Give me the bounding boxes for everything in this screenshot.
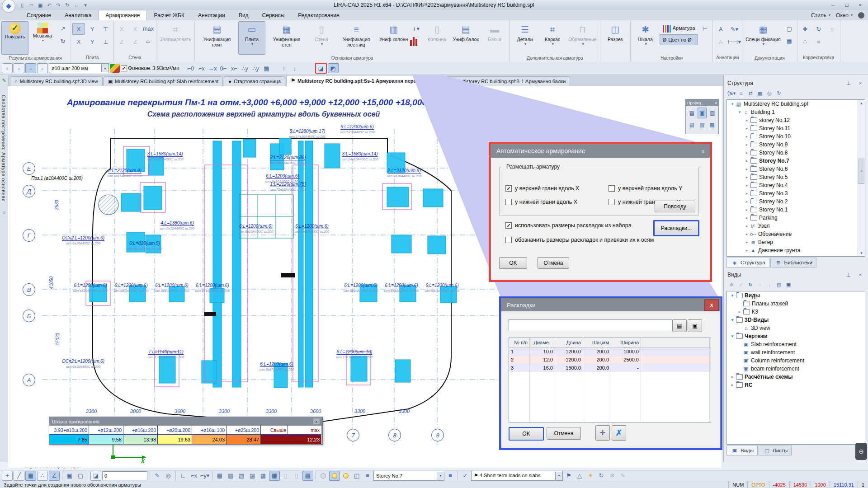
placement-checkbox-row[interactable]: у верхней грани вдоль Y [609, 185, 682, 192]
table-row[interactable]: 110.01200.0200.01000.0 [509, 347, 711, 356]
tree-item-wall reinforcement[interactable]: ▣wall reinforcement [727, 348, 865, 357]
menu-tab-Расчет ЖБК[interactable]: Расчет ЖБК [147, 10, 191, 20]
chevron-right-icon[interactable]: ▸ [744, 175, 750, 179]
save-set-button[interactable]: ▣ [688, 319, 702, 332]
menu-tab-Сервисы[interactable]: Сервисы [255, 10, 292, 20]
folder-add-icon[interactable]: ▤ [775, 281, 783, 288]
tree-item-Узел[interactable]: ▸⊬Узел [727, 222, 865, 230]
rebar-label[interactable]: 6:L=1200(шт.6) [425, 283, 459, 288]
ribbon-button-Цвет по Ø[interactable]: ØЦвет по Ø [660, 34, 698, 45]
rebar-label[interactable]: 1:L=2120(шт.75) [270, 182, 306, 187]
sketch-pen-icon[interactable]: ✎▾ [728, 23, 741, 35]
legend-close-icon[interactable]: x [313, 418, 320, 424]
tree-item-Slab reinforcement[interactable]: ▣Slab reinforcement [727, 340, 865, 348]
chevron-right-icon[interactable]: ▸ [744, 134, 750, 139]
minimize-button[interactable]: ─ [827, 1, 839, 9]
prism-1-icon[interactable]: ▤ [215, 471, 225, 480]
tab-close-icon[interactable]: × [437, 79, 439, 83]
tree-item-Storey No.7[interactable]: ▸Storey No.7 [727, 157, 865, 165]
rebar-step-combo[interactable]: ø10 шаг 200 мм▾ [49, 63, 109, 73]
placement-checkbox[interactable] [609, 185, 615, 192]
rebar-label[interactable]: 4:L=1380(шт.6) [160, 221, 194, 226]
slab-view-fill-icon[interactable]: ▫ [25, 63, 36, 73]
hook-zero-icon[interactable]: ⌐0 [186, 64, 196, 73]
bars-red-icon[interactable] [410, 35, 423, 46]
slab-x-icon[interactable]: X [72, 23, 85, 35]
close-button[interactable]: × [854, 1, 866, 9]
frame-add-icon[interactable]: ▦ [756, 89, 764, 97]
chevron-right-icon[interactable]: ▸ [744, 207, 750, 212]
dots-y2-icon[interactable]: ∴y [251, 64, 261, 73]
table-plus-icon[interactable]: ▦ [262, 64, 272, 73]
tree-item-Storey No.11[interactable]: ▸Storey No.11 [727, 124, 865, 132]
rebar-label[interactable]: ОСп2:L=1200(шт.6) [62, 235, 104, 241]
axis-bubble-Г[interactable]: Г [23, 229, 35, 242]
tree-item-Storey No.3[interactable]: ▸Storey No.3 [727, 189, 865, 197]
tree-item-Storey No.6[interactable]: ▸Storey No.6 [727, 165, 865, 173]
tree-item-Building 1[interactable]: ▾⌂Building 1 [727, 108, 865, 116]
tree-item-Давление грунта[interactable]: ▸▲Давление грунта [727, 246, 865, 254]
proj-front-icon[interactable]: ▣ [698, 108, 707, 118]
contour-icon[interactable]: ▱ [142, 35, 155, 47]
mark-sizes-checkbox[interactable] [505, 237, 512, 243]
refresh-icon[interactable]: ↻ [775, 89, 783, 97]
layouts-dialog-titlebar[interactable]: Раскладки x [501, 299, 720, 311]
sheet-grid-icon[interactable]: ▦ [783, 35, 796, 47]
layouts-button[interactable]: Раскладки... [653, 220, 699, 236]
chevron-right-icon[interactable]: ▸ [744, 199, 750, 204]
pin-icon[interactable]: ⊥ [844, 80, 853, 87]
snap-node-icon[interactable]: + [2, 471, 13, 481]
tree-item-Storey No.5[interactable]: ▸Storey No.5 [727, 173, 865, 181]
chevron-right-icon[interactable]: ▸ [744, 216, 750, 220]
prism-3-icon[interactable]: ▧ [236, 471, 246, 480]
rebar-label[interactable]: 6:L=1200(шт.6) [196, 283, 229, 288]
rebar-label[interactable]: 6:L=820(шт.5) [129, 241, 160, 246]
rebar-label[interactable]: 6:L=1200(шт.6) [344, 283, 377, 288]
axis-bubble-8[interactable]: 8 [388, 429, 401, 441]
snap-angle-icon[interactable]: ∠ [49, 471, 60, 481]
rebar-label[interactable]: 6:L=1200(шт.6) [155, 283, 189, 288]
axis-bubble-В[interactable]: В [23, 283, 35, 296]
rebar-label[interactable]: 6:L=1200(шт.10) [336, 349, 372, 355]
open-set-button[interactable]: ▤ [672, 319, 687, 332]
refresh-icon[interactable]: ↻ [746, 281, 755, 288]
add-layout-button[interactable]: + [595, 425, 610, 441]
table-column-header[interactable]: Шаг,мм [583, 338, 611, 347]
document-tab[interactable]: ⚑Multistorey RC building.spf:B-1 Армуван… [444, 76, 570, 86]
table-row[interactable]: 316.01500.0200.0- [509, 364, 711, 372]
document-tab[interactable]: ⌂Multistorey RC building.spf:3D view [10, 76, 103, 86]
chevron-right-icon[interactable]: ▸ [744, 248, 750, 253]
chevron-down-icon[interactable]: ▾ [730, 318, 735, 322]
auto-dialog-titlebar[interactable]: Автоматическое армирование x [491, 144, 710, 158]
snap-line-icon[interactable]: ╱ [14, 471, 24, 481]
document-tab[interactable]: ⚑Multistorey RC building.spf:Ss-1 Армува… [286, 75, 443, 86]
maximize-button[interactable]: □ [841, 1, 853, 9]
stamp-open-icon[interactable]: ▢ [75, 471, 85, 480]
rebar-label[interactable]: 6:L=1200(шт.6) [295, 224, 329, 229]
ribbon-button-Унификация лестниц[interactable]: ≡Унификация лестниц [335, 21, 377, 55]
tree-item-Storey No.8[interactable]: ▸Storey No.8 [727, 149, 865, 157]
home-icon[interactable]: ⌂ [737, 89, 745, 97]
delete-layout-button[interactable]: ✗ [612, 425, 626, 441]
chevron-right-icon[interactable]: ▸ [744, 167, 750, 171]
layers-icon[interactable]: ≡ [363, 471, 373, 480]
pin-icon[interactable]: ⊥ [844, 271, 853, 278]
tree-item-Обозначение[interactable]: ▸o--Обозначение [727, 230, 865, 238]
panel-tab-Листы[interactable]: ▢Листы [759, 446, 792, 455]
constraint-x-icon[interactable]: ⌐x [189, 471, 199, 480]
sheet-frame-icon[interactable]: ▢ [783, 23, 796, 34]
snap-grid-icon[interactable]: ▦ [25, 471, 36, 481]
rebar-label[interactable]: 2:L=2120(шт.9) [108, 168, 142, 174]
chevron-down-icon[interactable]: ▾ [730, 102, 735, 106]
move-icon[interactable]: ✚ [799, 23, 811, 35]
slab-y-bottom-icon[interactable]: Y [86, 36, 99, 47]
prism-gear-icon[interactable]: ▩ [258, 471, 268, 480]
draw-pencil-icon[interactable]: ✎ [0, 77, 8, 84]
menu-Стиль[interactable]: Стиль▾ [811, 12, 830, 19]
manual-reinforce-icon[interactable]: ◩ [328, 63, 339, 73]
chevron-right-icon[interactable]: ▸ [730, 383, 735, 387]
chevron-right-icon[interactable]: ▸ [744, 240, 750, 244]
panel-tab-Структура[interactable]: ◈Структура [726, 258, 769, 267]
tree-item-Storey No.4[interactable]: ▸Storey No.4 [727, 181, 865, 189]
table-column-header[interactable]: Ширина [611, 338, 641, 347]
